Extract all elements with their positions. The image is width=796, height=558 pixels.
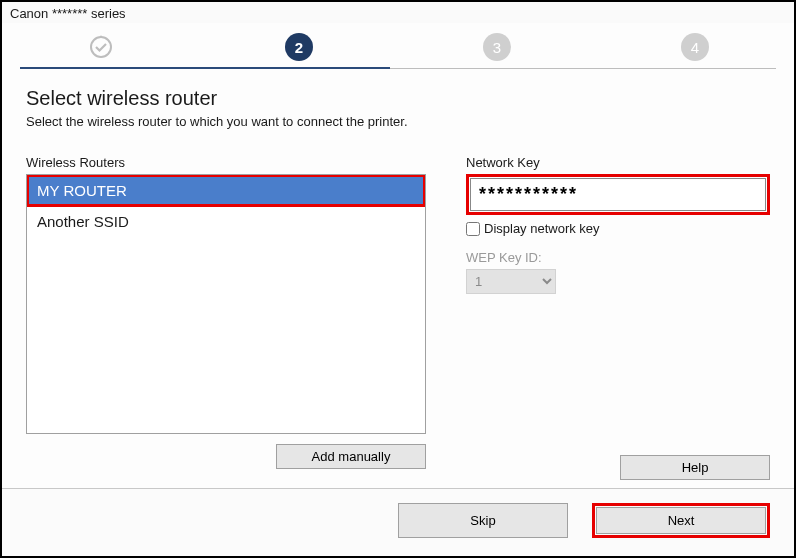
router-item[interactable]: Another SSID (27, 206, 425, 237)
add-manually-button[interactable]: Add manually (276, 444, 426, 469)
step-indicator: 2 3 4 (2, 23, 794, 69)
router-item-selected[interactable]: MY ROUTER (27, 175, 425, 206)
stepper-progress (20, 67, 390, 69)
content-area: Select wireless router Select the wirele… (2, 69, 794, 488)
step-2-active: 2 (285, 33, 313, 61)
network-key-input[interactable] (470, 178, 766, 211)
footer-bar: Skip Next (2, 488, 794, 556)
page-heading: Select wireless router (26, 87, 770, 110)
step-1-done-icon (87, 33, 115, 61)
display-key-checkbox[interactable] (466, 222, 480, 236)
window-title: Canon ******* series (2, 2, 794, 23)
step-4: 4 (681, 33, 709, 61)
svg-point-0 (91, 37, 111, 57)
help-button[interactable]: Help (620, 455, 770, 480)
display-key-row[interactable]: Display network key (466, 221, 770, 236)
router-ssid: MY ROUTER (37, 182, 127, 199)
page-subtitle: Select the wireless router to which you … (26, 114, 770, 129)
network-key-label: Network Key (466, 155, 770, 170)
display-key-label: Display network key (484, 221, 600, 236)
next-button-highlight: Next (592, 503, 770, 538)
router-ssid: Another SSID (37, 213, 129, 230)
step-3: 3 (483, 33, 511, 61)
skip-button[interactable]: Skip (398, 503, 568, 538)
network-key-highlight (466, 174, 770, 215)
router-list[interactable]: MY ROUTER Another SSID (26, 174, 426, 434)
setup-window: Canon ******* series 2 3 4 Select wirele… (0, 0, 796, 558)
routers-label: Wireless Routers (26, 155, 426, 170)
wep-key-id-select: 1 (466, 269, 556, 294)
wep-key-id-label: WEP Key ID: (466, 250, 770, 265)
next-button[interactable]: Next (596, 507, 766, 534)
